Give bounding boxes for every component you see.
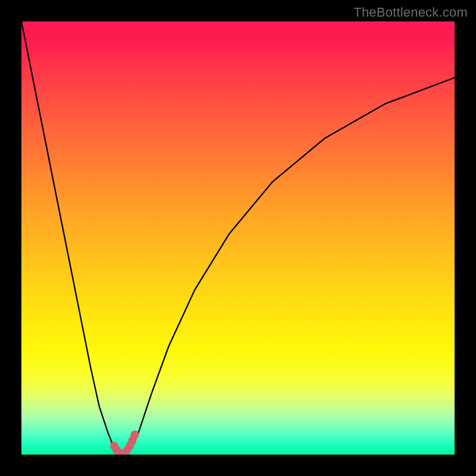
chart-frame: TheBottleneck.com: [0, 0, 476, 476]
highlight-dot: [131, 431, 139, 439]
watermark-text: TheBottleneck.com: [353, 5, 468, 20]
curve-layer: [21, 21, 455, 455]
bottleneck-curve: [21, 21, 455, 454]
plot-area: [21, 21, 455, 455]
bottom-highlight-dots: [110, 431, 139, 455]
